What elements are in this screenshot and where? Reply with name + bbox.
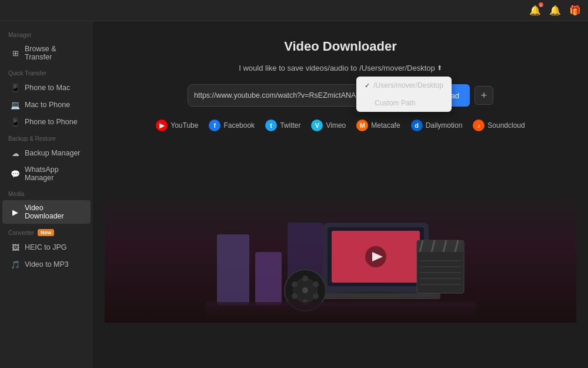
gift-icon[interactable]: 🎁: [569, 5, 581, 16]
soundcloud-label: Soundcloud: [487, 121, 524, 130]
sidebar-section-backup: Backup & Restore: [0, 131, 93, 144]
sidebar-section-media: Media: [0, 186, 93, 200]
sidebar-item-label: Video Downloader: [25, 204, 82, 220]
metacafe-label: Metacafe: [371, 121, 400, 130]
youtube-icon: ▶: [156, 120, 168, 131]
sidebar-item-label: HEIC to JPG: [25, 243, 67, 251]
sidebar-item-video-to-mp3[interactable]: 🎵 Video to MP3: [2, 256, 91, 273]
mac-to-phone-icon: 💻: [11, 100, 20, 110]
page-title: Video Downloader: [284, 39, 397, 54]
sidebar-item-mac-to-phone[interactable]: 💻 Mac to Phone: [2, 97, 91, 113]
youtube-label: YouTube: [171, 121, 198, 130]
hero-background: [105, 193, 576, 323]
save-path-label: I would like to save videos/audio to: [239, 64, 357, 72]
path-option-custom[interactable]: Custom Path: [356, 94, 452, 112]
facebook-icon: f: [209, 120, 220, 131]
sidebar-item-label: Phone to Phone: [25, 118, 78, 126]
svg-point-17: [292, 293, 298, 299]
whatsapp-icon: 💬: [11, 169, 20, 178]
converter-section-label: Converter: [8, 230, 34, 236]
platform-twitter[interactable]: t Twitter: [265, 120, 300, 131]
svg-rect-30: [205, 302, 476, 323]
vimeo-label: Vimeo: [326, 121, 346, 130]
svg-point-13: [302, 276, 308, 281]
sidebar-item-heic-to-jpg[interactable]: 🖼 HEIC to JPG: [2, 239, 91, 256]
platform-dailymotion[interactable]: d Dailymotion: [411, 120, 463, 131]
sidebar-item-label: WhatsApp Manager: [25, 165, 82, 182]
sidebar-item-phone-to-phone[interactable]: 📱 Phone to Phone: [2, 114, 91, 130]
converter-new-badge: New: [38, 229, 55, 236]
platform-facebook[interactable]: f Facebook: [209, 120, 255, 131]
save-path-row: I would like to save videos/audio to /Us…: [239, 64, 442, 72]
svg-point-12: [302, 287, 308, 293]
notification-badge: 1: [539, 2, 543, 7]
sidebar-item-label: Phone to Mac: [25, 84, 70, 92]
soundcloud-icon: ♪: [473, 120, 485, 131]
hero-area: [105, 148, 576, 368]
heic-icon: 🖼: [11, 243, 20, 252]
sidebar-section-manager: Manager: [0, 27, 93, 41]
notification-icon[interactable]: 🔔 1: [529, 5, 541, 16]
dailymotion-icon: d: [411, 120, 423, 131]
sidebar-item-whatsapp-manager[interactable]: 💬 WhatsApp Manager: [2, 162, 91, 185]
check-icon: ✓: [365, 82, 370, 89]
svg-rect-1: [255, 252, 282, 305]
add-url-button[interactable]: +: [475, 86, 493, 105]
platform-youtube[interactable]: ▶ YouTube: [156, 120, 198, 131]
sidebar-item-browse-transfer[interactable]: ⊞ Browse & Transfer: [2, 41, 91, 65]
sidebar: Manager ⊞ Browse & Transfer Quick Transf…: [0, 21, 93, 368]
sidebar-item-label: Browse & Transfer: [25, 45, 82, 61]
path-dropdown: ✓ /Users/mover/Desktop Custom Path: [356, 77, 452, 112]
backup-manager-icon: ☁: [11, 148, 20, 158]
video-downloader-icon: ▶: [11, 207, 20, 217]
svg-point-15: [292, 281, 298, 287]
main-content: Video Downloader I would like to save vi…: [93, 21, 588, 368]
sidebar-section-converter: Converter New: [0, 224, 93, 238]
path-dropdown-arrow[interactable]: ⬆: [437, 64, 442, 72]
phone-to-mac-icon: 📱: [11, 83, 20, 92]
titlebar: 🔔 1 🔔 🎁: [0, 0, 588, 21]
sidebar-item-label: Backup Manager: [25, 149, 81, 157]
sidebar-item-video-downloader[interactable]: ▶ Video Downloader: [2, 200, 91, 224]
path-option-desktop[interactable]: ✓ /Users/mover/Desktop: [356, 77, 452, 94]
video-mp3-icon: 🎵: [11, 260, 20, 269]
hero-illustration: [205, 199, 476, 323]
sidebar-item-backup-manager[interactable]: ☁ Backup Manager: [2, 145, 91, 161]
path-option-label: /Users/mover/Desktop: [373, 81, 443, 89]
vimeo-icon: V: [311, 120, 323, 131]
bell-icon[interactable]: 🔔: [549, 5, 561, 16]
platform-metacafe[interactable]: M Metacafe: [356, 120, 400, 131]
svg-point-16: [313, 281, 319, 287]
sidebar-item-label: Mac to Phone: [25, 101, 70, 109]
platform-vimeo[interactable]: V Vimeo: [311, 120, 346, 131]
svg-rect-9: [311, 293, 440, 299]
sidebar-item-label: Video to MP3: [25, 260, 69, 268]
metacafe-icon: M: [356, 120, 368, 131]
browse-transfer-icon: ⊞: [11, 48, 20, 58]
phone-to-phone-icon: 📱: [11, 117, 20, 127]
facebook-label: Facebook: [223, 121, 255, 130]
sidebar-item-phone-to-mac[interactable]: 📱 Phone to Mac: [2, 79, 91, 96]
sidebar-section-quick-transfer: Quick Transfer: [0, 65, 93, 79]
platforms-row: ▶ YouTube f Facebook t Twitter V Vimeo M…: [156, 120, 524, 131]
app-body: Manager ⊞ Browse & Transfer Quick Transf…: [0, 21, 588, 368]
path-option-label: Custom Path: [375, 99, 415, 107]
save-path-link[interactable]: /Users/mover/Desktop: [359, 64, 435, 72]
twitter-icon: t: [265, 120, 277, 131]
dailymotion-label: Dailymotion: [426, 121, 463, 130]
twitter-label: Twitter: [280, 121, 300, 130]
platform-soundcloud[interactable]: ♪ Soundcloud: [473, 120, 524, 131]
svg-point-18: [313, 293, 319, 299]
svg-rect-0: [217, 234, 249, 305]
